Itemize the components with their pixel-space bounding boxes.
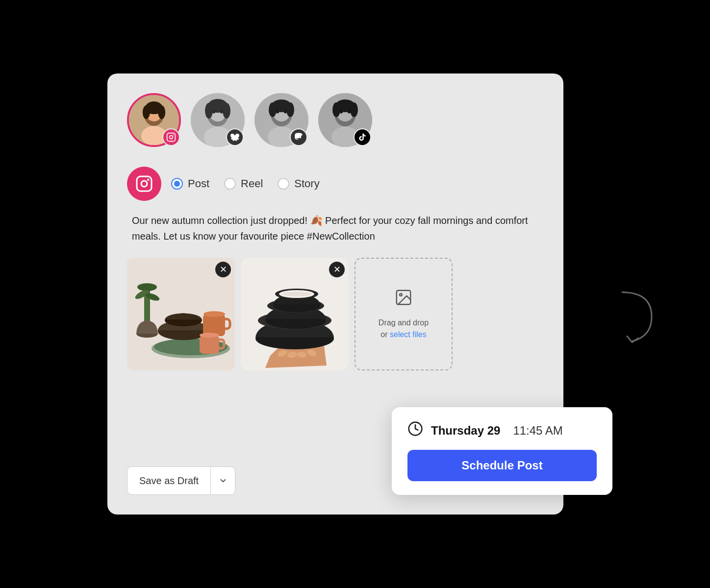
curved-arrow [612,287,661,354]
svg-point-67 [282,292,311,296]
svg-point-27 [286,102,294,117]
draft-button-label: Save as Draft [127,475,210,487]
drop-text-main: Drag and drop [379,318,429,327]
radio-post-label: Post [188,177,209,190]
radio-story[interactable]: Story [278,177,319,190]
svg-rect-40 [137,176,152,191]
instagram-main-icon [127,167,161,201]
svg-point-36 [350,102,358,117]
avatar-instagram[interactable] [127,93,181,147]
media-drop-zone[interactable]: Drag and drop or select files [355,258,453,370]
remove-media-1-button[interactable]: ✕ [215,262,231,277]
svg-point-35 [332,102,340,117]
save-draft-button[interactable]: Save as Draft [127,466,235,495]
radio-post-outer [171,178,183,190]
post-type-radio-group: Post Reel Story [171,177,320,190]
radio-reel-label: Reel [241,177,263,190]
svg-point-21 [220,110,223,114]
svg-point-6 [158,105,165,119]
svg-point-9 [156,111,159,114]
media-thumb-1: ✕ [127,258,235,370]
svg-point-17 [205,103,213,119]
svg-point-30 [284,110,287,114]
svg-point-55 [203,311,225,317]
drop-text-or: or [380,330,387,339]
svg-point-8 [149,111,152,114]
media-row: ✕ [127,258,544,370]
radio-story-outer [278,178,289,190]
select-files-link[interactable]: select files [390,330,427,339]
svg-point-11 [170,136,173,139]
svg-point-58 [200,333,219,338]
radio-story-label: Story [294,177,319,190]
clock-icon [407,421,423,440]
threads-badge [354,128,371,146]
drop-zone-text: Drag and drop or select files [379,317,429,341]
drop-icon [394,288,413,311]
bluesky-badge [226,128,244,146]
svg-point-39 [348,110,351,114]
remove-media-2-button[interactable]: ✕ [329,262,345,277]
svg-point-29 [276,110,279,114]
avatar-threads[interactable] [318,93,372,147]
radio-post[interactable]: Post [171,177,209,190]
svg-point-49 [137,283,157,291]
svg-point-41 [141,181,147,187]
schedule-post-button[interactable]: Schedule Post [407,450,597,481]
svg-point-5 [143,105,150,119]
schedule-time-row: Thursday 29 11:45 AM [407,421,597,440]
instagram-badge [162,128,180,146]
svg-point-73 [400,294,402,296]
avatar-mastodon[interactable] [254,93,308,147]
mastodon-badge [290,128,307,146]
schedule-day: Thursday [431,424,484,437]
svg-point-12 [173,135,174,136]
radio-reel[interactable]: Reel [224,177,263,190]
schedule-date-num: 29 [487,424,501,437]
svg-point-38 [340,110,343,114]
radio-reel-outer [224,178,236,190]
svg-point-20 [212,110,215,114]
schedule-popup: Thursday 29 11:45 AM Schedule Post [392,407,612,495]
post-caption: Our new autumn collection just dropped! … [127,213,544,244]
platform-radio-row: Post Reel Story [127,167,544,201]
radio-post-inner [174,181,180,187]
media-thumb-2: ✕ [241,258,349,370]
schedule-time-display: 11:45 AM [513,424,562,438]
svg-point-42 [147,179,150,181]
svg-rect-10 [167,133,176,142]
svg-point-18 [223,103,230,119]
draft-chevron-icon[interactable] [210,466,235,495]
avatars-row [127,93,544,147]
svg-point-26 [269,102,277,117]
avatar-bluesky[interactable] [191,93,245,147]
schedule-day-date: Thursday 29 [431,424,500,438]
